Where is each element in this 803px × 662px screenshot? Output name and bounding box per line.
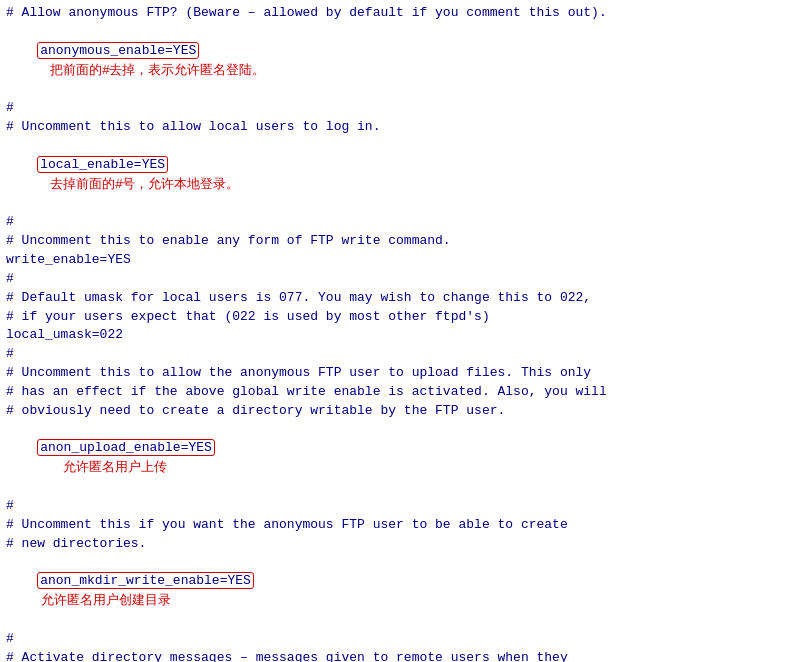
main-content: # Allow anonymous FTP? (Beware – allowed…: [0, 0, 803, 662]
annotation-anon-mkdir: 允许匿名用户创建目录: [37, 592, 171, 607]
line-16: # obviously need to create a directory w…: [6, 402, 797, 421]
line-13: #: [6, 345, 797, 364]
line-3: #: [6, 99, 797, 118]
line-11: # if your users expect that (022 is used…: [6, 308, 797, 327]
highlight-local-enable: local_enable=YES: [37, 156, 168, 173]
line-22: #: [6, 630, 797, 649]
line-4: # Uncomment this to allow local users to…: [6, 118, 797, 137]
line-18: #: [6, 497, 797, 516]
line-19: # Uncomment this if you want the anonymo…: [6, 516, 797, 535]
line-9: #: [6, 270, 797, 289]
line-6: #: [6, 213, 797, 232]
line-15: # has an effect if the above global writ…: [6, 383, 797, 402]
line-2: anonymous_enable=YES 把前面的#去掉，表示允许匿名登陆。: [6, 23, 797, 99]
line-21: anon_mkdir_write_enable=YES 允许匿名用户创建目录: [6, 553, 797, 629]
highlight-anon-mkdir: anon_mkdir_write_enable=YES: [37, 572, 254, 589]
line-7: # Uncomment this to enable any form of F…: [6, 232, 797, 251]
line-20: # new directories.: [6, 535, 797, 554]
annotation-anonymous-enable: 把前面的#去掉，表示允许匿名登陆。: [37, 62, 265, 77]
line-5: local_enable=YES 去掉前面的#号，允许本地登录。: [6, 137, 797, 213]
line-10: # Default umask for local users is 077. …: [6, 289, 797, 308]
line-14: # Uncomment this to allow the anonymous …: [6, 364, 797, 383]
line-17: anon_upload_enable=YES 允许匿名用户上传: [6, 421, 797, 497]
highlight-anonymous-enable: anonymous_enable=YES: [37, 42, 199, 59]
line-12: local_umask=022: [6, 326, 797, 345]
highlight-anon-upload: anon_upload_enable=YES: [37, 439, 215, 456]
line-1: # Allow anonymous FTP? (Beware – allowed…: [6, 4, 797, 23]
line-23: # Activate directory messages – messages…: [6, 649, 797, 662]
line-8: write_enable=YES: [6, 251, 797, 270]
annotation-anon-upload: 允许匿名用户上传: [37, 459, 167, 474]
annotation-local-enable: 去掉前面的#号，允许本地登录。: [37, 176, 239, 191]
